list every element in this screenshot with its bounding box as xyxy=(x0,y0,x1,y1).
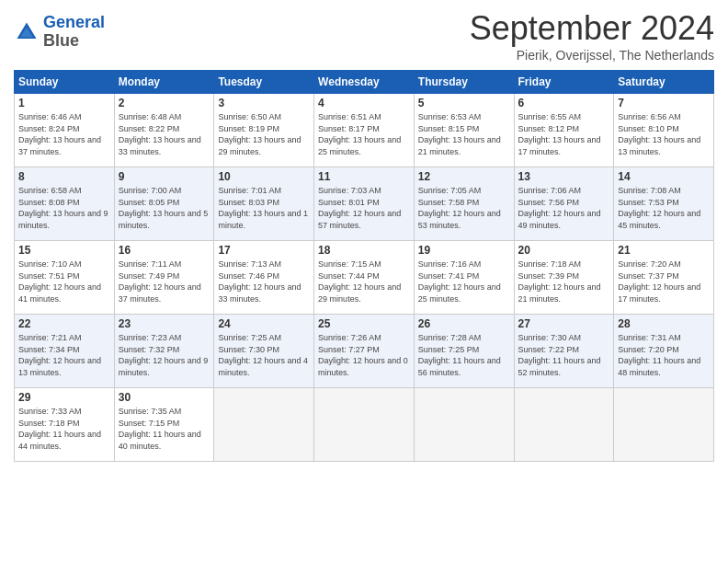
col-friday: Friday xyxy=(514,71,614,94)
sunset: Sunset: 8:12 PM xyxy=(518,124,580,133)
daylight: Daylight: 11 hours and 52 minutes. xyxy=(518,356,601,377)
daylight: Daylight: 12 hours and 4 minutes. xyxy=(218,356,308,377)
calendar-cell xyxy=(514,388,614,462)
calendar-cell: 30 Sunrise: 7:35 AM Sunset: 7:15 PM Dayl… xyxy=(114,388,214,462)
daylight: Daylight: 12 hours and 33 minutes. xyxy=(218,282,301,304)
header: GeneralBlue September 2024 Pierik, Overi… xyxy=(14,9,714,63)
sunrise: Sunrise: 7:18 AM xyxy=(518,259,582,269)
day-number: 18 xyxy=(318,244,410,257)
calendar-cell: 9 Sunrise: 7:00 AM Sunset: 8:05 PM Dayli… xyxy=(114,167,214,241)
day-info: Sunrise: 7:08 AM Sunset: 7:53 PM Dayligh… xyxy=(618,185,710,231)
logo-icon xyxy=(14,19,40,45)
calendar-cell: 11 Sunrise: 7:03 AM Sunset: 8:01 PM Dayl… xyxy=(314,167,415,241)
calendar-cell: 8 Sunrise: 6:58 AM Sunset: 8:08 PM Dayli… xyxy=(15,167,115,241)
day-number: 10 xyxy=(218,170,310,183)
logo-text: GeneralBlue xyxy=(43,14,105,51)
calendar-cell: 7 Sunrise: 6:56 AM Sunset: 8:10 PM Dayli… xyxy=(614,94,714,167)
sunrise: Sunrise: 7:30 AM xyxy=(518,333,582,342)
sunrise: Sunrise: 7:16 AM xyxy=(418,259,482,269)
day-info: Sunrise: 6:56 AM Sunset: 8:10 PM Dayligh… xyxy=(618,111,710,157)
day-info: Sunrise: 7:31 AM Sunset: 7:20 PM Dayligh… xyxy=(618,332,710,378)
daylight: Daylight: 11 hours and 56 minutes. xyxy=(418,356,501,377)
day-number: 23 xyxy=(119,317,210,330)
sunrise: Sunrise: 7:06 AM xyxy=(518,186,582,195)
daylight: Daylight: 12 hours and 37 minutes. xyxy=(119,282,201,304)
sunset: Sunset: 8:01 PM xyxy=(318,198,380,207)
calendar-cell xyxy=(614,388,714,462)
daylight: Daylight: 12 hours and 29 minutes. xyxy=(318,282,401,304)
day-number: 8 xyxy=(18,170,110,183)
col-saturday: Saturday xyxy=(614,71,714,94)
day-info: Sunrise: 7:11 AM Sunset: 7:49 PM Dayligh… xyxy=(119,259,210,304)
day-number: 12 xyxy=(418,170,510,183)
calendar-week-2: 8 Sunrise: 6:58 AM Sunset: 8:08 PM Dayli… xyxy=(15,167,714,241)
daylight: Daylight: 12 hours and 45 minutes. xyxy=(618,209,700,230)
col-monday: Monday xyxy=(114,71,214,94)
calendar-cell: 16 Sunrise: 7:11 AM Sunset: 7:49 PM Dayl… xyxy=(114,241,214,315)
day-number: 5 xyxy=(418,97,510,109)
sunrise: Sunrise: 7:28 AM xyxy=(418,333,482,342)
daylight: Daylight: 13 hours and 1 minute. xyxy=(218,209,308,230)
sunset: Sunset: 7:44 PM xyxy=(318,271,380,281)
sunset: Sunset: 7:56 PM xyxy=(518,198,580,207)
sunset: Sunset: 7:20 PM xyxy=(618,345,679,354)
sunrise: Sunrise: 7:21 AM xyxy=(18,333,82,342)
day-info: Sunrise: 7:13 AM Sunset: 7:46 PM Dayligh… xyxy=(218,259,310,304)
sunrise: Sunrise: 7:25 AM xyxy=(218,333,281,342)
location-title: Pierik, Overijssel, The Netherlands xyxy=(470,48,714,63)
day-number: 26 xyxy=(418,317,510,330)
day-info: Sunrise: 6:55 AM Sunset: 8:12 PM Dayligh… xyxy=(518,111,610,157)
day-info: Sunrise: 7:10 AM Sunset: 7:51 PM Dayligh… xyxy=(18,259,110,304)
logo: GeneralBlue xyxy=(14,14,105,51)
calendar-cell: 23 Sunrise: 7:23 AM Sunset: 7:32 PM Dayl… xyxy=(114,315,214,388)
day-info: Sunrise: 7:00 AM Sunset: 8:05 PM Dayligh… xyxy=(119,185,210,231)
day-number: 13 xyxy=(518,170,610,183)
day-info: Sunrise: 7:01 AM Sunset: 8:03 PM Dayligh… xyxy=(218,185,310,231)
daylight: Daylight: 12 hours and 13 minutes. xyxy=(18,356,101,377)
sunset: Sunset: 8:03 PM xyxy=(218,198,279,207)
day-number: 11 xyxy=(318,170,410,183)
day-info: Sunrise: 6:50 AM Sunset: 8:19 PM Dayligh… xyxy=(218,111,310,157)
calendar-cell: 6 Sunrise: 6:55 AM Sunset: 8:12 PM Dayli… xyxy=(514,94,614,167)
calendar-cell: 5 Sunrise: 6:53 AM Sunset: 8:15 PM Dayli… xyxy=(414,94,514,167)
sunset: Sunset: 8:10 PM xyxy=(618,124,679,133)
sunrise: Sunrise: 6:53 AM xyxy=(418,112,482,121)
sunrise: Sunrise: 7:15 AM xyxy=(318,259,381,269)
day-info: Sunrise: 7:28 AM Sunset: 7:25 PM Dayligh… xyxy=(418,332,510,378)
daylight: Daylight: 13 hours and 37 minutes. xyxy=(18,135,101,156)
day-info: Sunrise: 6:48 AM Sunset: 8:22 PM Dayligh… xyxy=(119,111,210,157)
daylight: Daylight: 13 hours and 17 minutes. xyxy=(518,135,601,156)
daylight: Daylight: 13 hours and 9 minutes. xyxy=(18,209,108,230)
calendar-cell: 14 Sunrise: 7:08 AM Sunset: 7:53 PM Dayl… xyxy=(614,167,714,241)
daylight: Daylight: 13 hours and 29 minutes. xyxy=(218,135,301,156)
sunset: Sunset: 7:27 PM xyxy=(318,345,380,354)
day-info: Sunrise: 7:16 AM Sunset: 7:41 PM Dayligh… xyxy=(418,259,510,304)
calendar-week-5: 29 Sunrise: 7:33 AM Sunset: 7:18 PM Dayl… xyxy=(15,388,714,462)
col-tuesday: Tuesday xyxy=(214,71,314,94)
sunset: Sunset: 7:58 PM xyxy=(418,198,480,207)
sunset: Sunset: 8:05 PM xyxy=(119,198,180,207)
calendar-week-1: 1 Sunrise: 6:46 AM Sunset: 8:24 PM Dayli… xyxy=(15,94,714,167)
col-wednesday: Wednesday xyxy=(314,71,415,94)
day-number: 4 xyxy=(318,97,410,109)
day-info: Sunrise: 7:03 AM Sunset: 8:01 PM Dayligh… xyxy=(318,185,410,231)
daylight: Daylight: 12 hours and 49 minutes. xyxy=(518,209,601,230)
sunset: Sunset: 7:37 PM xyxy=(618,271,679,281)
day-info: Sunrise: 7:33 AM Sunset: 7:18 PM Dayligh… xyxy=(18,406,110,452)
calendar-cell: 18 Sunrise: 7:15 AM Sunset: 7:44 PM Dayl… xyxy=(314,241,415,315)
day-number: 7 xyxy=(618,97,710,109)
sunset: Sunset: 7:46 PM xyxy=(218,271,279,281)
calendar-cell: 19 Sunrise: 7:16 AM Sunset: 7:41 PM Dayl… xyxy=(414,241,514,315)
calendar-cell: 15 Sunrise: 7:10 AM Sunset: 7:51 PM Dayl… xyxy=(15,241,115,315)
sunset: Sunset: 7:39 PM xyxy=(518,271,580,281)
day-number: 17 xyxy=(218,244,310,257)
sunrise: Sunrise: 6:58 AM xyxy=(18,186,82,195)
daylight: Daylight: 12 hours and 21 minutes. xyxy=(518,282,601,304)
daylight: Daylight: 13 hours and 21 minutes. xyxy=(418,135,501,156)
sunset: Sunset: 7:15 PM xyxy=(119,419,180,428)
sunset: Sunset: 7:34 PM xyxy=(18,345,80,354)
day-number: 2 xyxy=(119,97,210,109)
calendar-cell: 13 Sunrise: 7:06 AM Sunset: 7:56 PM Dayl… xyxy=(514,167,614,241)
sunrise: Sunrise: 6:48 AM xyxy=(119,112,182,121)
sunrise: Sunrise: 7:05 AM xyxy=(418,186,482,195)
